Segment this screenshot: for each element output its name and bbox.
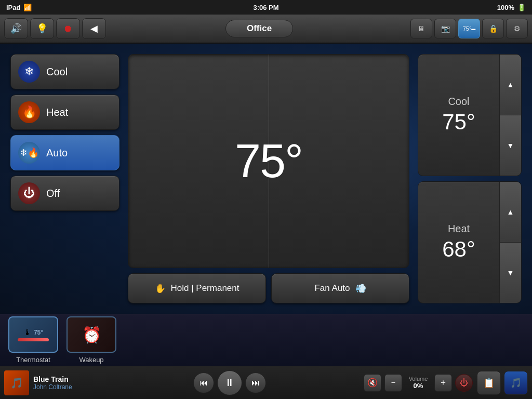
- heat-mode-button[interactable]: 🔥 Heat: [10, 95, 119, 130]
- thermostat-thumb-temp: 75°: [34, 329, 43, 336]
- cool-icon: ❄: [18, 61, 40, 83]
- lock-icon-button[interactable]: 🔒: [482, 19, 504, 38]
- sound-button[interactable]: 🔊: [4, 18, 28, 39]
- battery-display: 100%: [497, 4, 514, 11]
- record-button[interactable]: ⏺: [56, 18, 80, 39]
- pause-button[interactable]: ⏸: [217, 370, 242, 395]
- volume-up-button[interactable]: ＋: [434, 374, 452, 392]
- off-icon: ⏻: [18, 182, 40, 204]
- room-title-container: Office: [108, 20, 410, 37]
- room-title: Office: [225, 20, 293, 37]
- volume-value: 0%: [414, 382, 423, 390]
- off-mode-button[interactable]: ⏻ Off: [10, 176, 119, 211]
- thermostat-thumb-bar: [18, 338, 49, 341]
- auto-mode-label: Auto: [46, 147, 68, 159]
- setpoint-controls: Cool 75° ▲ ▼ Heat 68° ▲ ▼: [418, 54, 522, 303]
- cool-setpoint-value: 75°: [442, 110, 475, 135]
- heat-up-button[interactable]: ▲: [499, 182, 521, 243]
- right-media-buttons: 📋 🎵: [477, 371, 528, 395]
- track-artist: John Coltrane: [33, 383, 96, 391]
- heat-icon: 🔥: [18, 101, 40, 123]
- main-content: ❄ Cool 🔥 Heat ❄🔥 Auto ⏻ Off 75° ✋ Hold |…: [0, 44, 532, 314]
- heat-setpoint-arrows: ▲ ▼: [499, 182, 521, 303]
- hold-button[interactable]: ✋ Hold | Permanent: [128, 273, 266, 303]
- auto-mode-button[interactable]: ❄🔥 Auto: [10, 135, 119, 170]
- heat-down-button[interactable]: ▼: [499, 243, 521, 303]
- cool-setpoint-arrows: ▲ ▼: [499, 55, 521, 176]
- hold-icon: ✋: [155, 283, 166, 294]
- prev-button[interactable]: ⏮: [193, 373, 214, 393]
- mode-controls: ❄ Cool 🔥 Heat ❄🔥 Auto ⏻ Off: [10, 54, 119, 303]
- top-nav: 🔊 💡 ⏺ ◀ Office 🖥 📷 75°▬ 🔒 ⚙: [0, 15, 532, 44]
- heat-setpoint-value: 68°: [442, 237, 475, 262]
- status-bar: iPad 📶 3:06 PM 100% 🔋: [0, 0, 532, 15]
- music-button[interactable]: 🎵: [504, 371, 528, 395]
- cool-down-button[interactable]: ▼: [499, 115, 521, 176]
- cool-mode-label: Cool: [46, 66, 68, 78]
- power-button[interactable]: ⏻: [455, 374, 473, 392]
- track-title: Blue Train: [33, 375, 96, 383]
- wakeup-shelf-thumb: ⏰: [66, 316, 116, 353]
- fan-icon: 💨: [355, 283, 366, 294]
- wifi-icon: 📶: [23, 4, 32, 11]
- light-button[interactable]: 💡: [30, 18, 54, 39]
- volume-display: Volume 0%: [405, 376, 431, 390]
- tv-icon-button[interactable]: 🖥: [410, 19, 432, 38]
- wakeup-shelf-label: Wakeup: [79, 356, 103, 364]
- thermostat-thumb-icon: 🌡: [23, 328, 32, 337]
- thermostat-shelf-thumb: 🌡 75°: [8, 316, 58, 353]
- track-info: Blue Train John Coltrane: [33, 375, 96, 391]
- cool-setpoint-info: Cool 75°: [418, 91, 499, 139]
- wakeup-shelf-item[interactable]: ⏰ Wakeup: [66, 316, 116, 364]
- volume-down-button[interactable]: －: [384, 374, 402, 392]
- fan-label: Fan Auto: [314, 283, 350, 294]
- right-icon-group: 🖥 📷 75°▬ 🔒 ⚙: [410, 19, 528, 38]
- back-button[interactable]: ◀: [82, 18, 106, 39]
- media-controls: ⏮ ⏸ ⏭: [100, 370, 360, 395]
- volume-label: Volume: [409, 376, 428, 382]
- next-button[interactable]: ⏭: [245, 373, 266, 393]
- cool-setpoint-card: Cool 75° ▲ ▼: [418, 54, 522, 176]
- current-temperature: 75°: [235, 135, 302, 188]
- heat-mode-label: Heat: [46, 107, 68, 118]
- bottom-controls: ✋ Hold | Permanent Fan Auto 💨: [128, 273, 409, 303]
- thermostat-shelf-label: Thermostat: [16, 356, 50, 364]
- camera-icon-button[interactable]: 📷: [434, 19, 456, 38]
- wakeup-thumb-icon: ⏰: [82, 326, 101, 344]
- album-art: 🎵: [4, 370, 29, 395]
- temperature-display: 75°: [128, 54, 409, 268]
- heat-setpoint-label: Heat: [448, 223, 470, 235]
- off-mode-label: Off: [46, 188, 60, 200]
- heat-setpoint-info: Heat 68°: [418, 219, 499, 266]
- settings-icon-button[interactable]: ⚙: [506, 19, 528, 38]
- media-bar: 🎵 Blue Train John Coltrane ⏮ ⏸ ⏭ 🔇 － Vol…: [0, 366, 532, 399]
- playlist-button[interactable]: 📋: [477, 371, 501, 395]
- thermostat-icon-button[interactable]: 75°▬: [458, 19, 480, 38]
- center-display: 75° ✋ Hold | Permanent Fan Auto 💨: [128, 54, 409, 303]
- battery-icon: 🔋: [517, 4, 526, 11]
- fan-button[interactable]: Fan Auto 💨: [271, 273, 409, 303]
- mute-button[interactable]: 🔇: [364, 374, 381, 392]
- volume-section: 🔇 － Volume 0% ＋ ⏻: [364, 374, 473, 392]
- cool-setpoint-label: Cool: [448, 96, 469, 108]
- hold-label: Hold | Permanent: [171, 283, 240, 294]
- thermostat-shelf-item[interactable]: 🌡 75° Thermostat: [8, 316, 58, 364]
- cool-mode-button[interactable]: ❄ Cool: [10, 54, 119, 89]
- bottom-shelf: 🌡 75° Thermostat ⏰ Wakeup: [0, 314, 532, 366]
- time-display: 3:06 PM: [253, 4, 278, 11]
- cool-up-button[interactable]: ▲: [499, 55, 521, 115]
- heat-setpoint-card: Heat 68° ▲ ▼: [418, 181, 522, 303]
- device-label: iPad: [6, 4, 20, 11]
- auto-icon: ❄🔥: [18, 142, 40, 164]
